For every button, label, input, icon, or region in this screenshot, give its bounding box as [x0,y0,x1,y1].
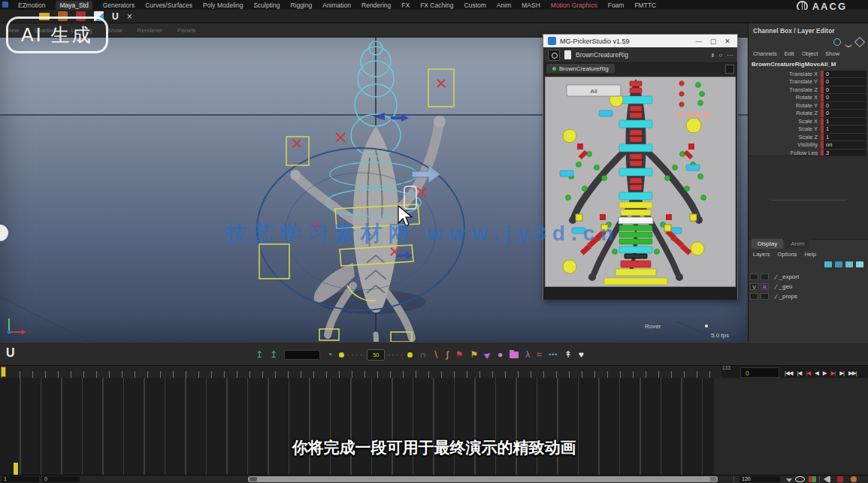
slider-value-box[interactable]: 50 [367,349,385,361]
menu-foam[interactable]: Foam [608,2,625,9]
menu-rigging[interactable]: Rigging [290,2,312,9]
move-layer-down-icon[interactable] [856,261,863,267]
red-flag-icon[interactable]: ⚑ [455,348,464,361]
pose-library-icon[interactable] [510,352,519,358]
maximize-button[interactable]: ▢ [708,38,718,45]
picker-select-all-button[interactable]: All [567,85,621,96]
select-cursor-icon[interactable]: ▶ [482,347,494,361]
timeline-track-area[interactable] [0,378,714,475]
mute-indicator-icon[interactable] [837,476,843,482]
tab-display[interactable]: Display [752,239,783,249]
menu-channels[interactable]: Channels [753,50,777,57]
pose-sphere-icon[interactable]: ● [498,348,503,361]
menu-poly-modeling[interactable]: Poly Modeling [203,2,243,9]
namespace-icon[interactable] [548,50,560,61]
frame-entry-field[interactable] [284,350,320,360]
menu-sculpting[interactable]: Sculpting [253,2,280,9]
step-forward-key-button[interactable]: ▶| [829,370,836,376]
layer-reference-toggle[interactable]: R [761,283,769,290]
move-layer-up-icon[interactable] [845,261,853,267]
playhead[interactable] [1,367,6,377]
menu-options[interactable]: Options [778,251,797,258]
menu-animation[interactable]: Animation [322,2,351,9]
current-frame-field[interactable]: 0 [740,367,779,378]
auto-key-icon[interactable] [809,476,816,482]
chevron-down-icon[interactable] [786,478,792,482]
tab-anim[interactable]: Anim [785,239,810,249]
menu-curves-surfaces[interactable]: Curves/Surfaces [145,2,192,9]
preferences-icon[interactable] [851,476,857,482]
playback-end-field[interactable]: 120 [739,476,780,482]
menu-motion-graphics[interactable]: Motion Graphics [551,2,597,9]
menu-generators[interactable]: Generators [103,2,135,9]
menu-ezmotion[interactable]: EZmotion [18,2,45,9]
menu-layers[interactable]: Layers [753,251,770,258]
panel-menu-show[interactable]: Show [107,27,122,34]
layer-name[interactable]: _props [779,293,797,300]
menu-fmttc[interactable]: FMTTC [634,2,656,9]
picker-studio-window[interactable]: MG-PickerStudio v1.59 — ▢ ✕ BrownCreatur… [543,34,738,300]
menu-fx[interactable]: FX [401,2,410,9]
play-backwards-button[interactable]: ◀ [813,370,820,376]
tween-slider[interactable]: ···· 50 ···· [339,349,413,361]
go-to-end-button[interactable]: ▶▶| [847,370,857,376]
new-layer-selected-icon[interactable] [835,261,842,267]
step-forward-frame-button[interactable]: ▶| [838,370,845,376]
expression-icon[interactable] [854,37,865,47]
picker-tab[interactable]: BrownCreatureRig [546,64,615,73]
range-left-handle[interactable] [250,477,257,481]
timeline-playhead-marker[interactable] [14,463,18,475]
record-icon[interactable]: ○ [718,52,722,59]
u-tool-icon[interactable]: U [112,11,119,22]
layer-name[interactable]: _export [779,273,800,280]
range-slider-bar[interactable] [248,476,718,482]
copy-key-icon[interactable]: ↥ [270,348,277,361]
u-plugin-logo[interactable]: U [6,346,15,360]
layer-name[interactable]: _geo [779,283,793,290]
tab-list-button[interactable] [725,65,734,74]
insert-key-icon[interactable]: ↥ [256,348,263,361]
favorite-heart-icon[interactable]: ♥ [579,348,584,361]
layer-visibility-toggle[interactable] [750,293,758,300]
picker-titlebar[interactable]: MG-PickerStudio v1.59 — ▢ ✕ [543,35,737,47]
close-button[interactable]: ✕ [722,38,733,45]
spray-icon[interactable]: ↟ [564,348,572,361]
panel-menu-renderer[interactable]: Renderer [138,27,162,34]
menu-rendering[interactable]: Rendering [361,2,391,9]
file-icon[interactable] [564,50,571,59]
new-layer-icon[interactable] [824,261,832,267]
layer-color-icon[interactable]: ∕ [776,273,777,281]
menu-fx-caching[interactable]: FX Caching [420,2,453,9]
layer-color-icon[interactable]: ∕ [776,283,777,291]
menu-maya-std[interactable]: Maya_Std [56,1,92,10]
animation-start-field[interactable]: 1 [2,476,39,482]
curve-bump-icon[interactable]: ∩ [419,348,426,361]
manipulator-icon[interactable] [833,38,841,46]
more-options-icon[interactable]: ⋯ [727,52,733,59]
time-slider-ruler[interactable] [0,366,721,379]
step-back-frame-button[interactable]: |◀ [795,370,803,376]
panel-menu-panels[interactable]: Panels [177,27,195,34]
cut-tool-icon[interactable]: × [127,11,132,22]
minimize-button[interactable]: — [694,38,704,45]
playback-start-field[interactable]: 0 [42,476,80,482]
menu-edit[interactable]: Edit [785,50,794,57]
slider-left-dot[interactable] [339,352,344,358]
layer-color-icon[interactable]: ∕ [776,293,777,300]
picker-canvas[interactable]: All [545,77,736,287]
yellow-flag-icon[interactable]: ⚑ [470,348,478,361]
anim-layer-icon[interactable] [795,476,805,482]
go-to-start-button[interactable]: |◀◀ [783,370,794,376]
run-cycle-icon[interactable]: λ [525,348,530,361]
curve-display-icon[interactable] [845,38,852,47]
layer-visibility-toggle[interactable]: V [750,283,758,290]
menu-show[interactable]: Show [825,50,839,57]
layer-visibility-toggle[interactable] [750,273,758,280]
pause-icon[interactable]: ‖ [712,52,714,59]
slider-right-dot[interactable] [407,352,413,358]
curve-ease-icon[interactable]: ∫ [446,348,448,361]
layer-reference-toggle[interactable] [761,273,769,280]
more-dots-icon[interactable]: ⋯ [549,348,558,361]
sync-clock-icon[interactable]: ◔ [327,348,332,361]
curve-linear-icon[interactable]: ∖ [433,348,439,361]
